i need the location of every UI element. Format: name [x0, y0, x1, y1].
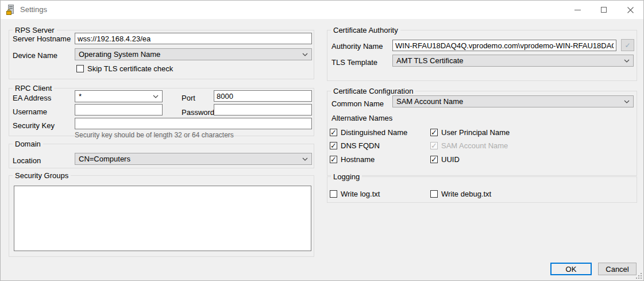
- checkbox-box[interactable]: [330, 142, 337, 149]
- rps-server-legend: RPS Server: [13, 26, 57, 34]
- authority-name-label: Authority Name: [331, 42, 383, 51]
- server-lock-icon: [6, 5, 16, 15]
- port-input[interactable]: [214, 90, 312, 102]
- close-button[interactable]: [617, 1, 643, 19]
- username-label: Username: [13, 107, 47, 116]
- checkbox-distinguished-name[interactable]: Distinguished Name: [330, 128, 407, 137]
- chevron-down-icon: [624, 59, 630, 63]
- checkbox-hostname[interactable]: Hostname: [330, 155, 375, 164]
- common-name-label: Common Name: [331, 99, 384, 108]
- close-icon: [627, 7, 634, 13]
- certificate-authority-legend: Certificate Authority: [331, 26, 400, 34]
- checkbox-write-log-txt[interactable]: Write log.txt: [330, 190, 380, 198]
- chevron-down-icon: [153, 95, 159, 98]
- resize-grip-icon[interactable]: [636, 273, 642, 279]
- logging-group: Logging Write log.txt Write debug.txt: [327, 176, 637, 203]
- ea-address-combobox[interactable]: *: [75, 90, 163, 102]
- authority-name-input[interactable]: [392, 40, 616, 51]
- security-key-hint: Security key should be of length 32 or 6…: [75, 131, 234, 139]
- checkbox-box[interactable]: [430, 156, 438, 163]
- security-groups-legend: Security Groups: [13, 171, 71, 180]
- checkbox-box[interactable]: [430, 129, 438, 136]
- device-name-label: Device Name: [13, 51, 57, 60]
- location-label: Location: [13, 156, 41, 165]
- checkbox-uuid[interactable]: UUID: [430, 155, 460, 164]
- title-bar[interactable]: Settings: [1, 1, 643, 19]
- device-name-select[interactable]: Operating System Name: [75, 48, 312, 60]
- cancel-button[interactable]: Cancel: [598, 263, 637, 275]
- chevron-down-icon: [624, 100, 630, 103]
- checkbox-box[interactable]: [330, 156, 337, 163]
- check-icon: ✓: [624, 41, 630, 49]
- password-input[interactable]: [214, 104, 312, 116]
- certificate-configuration-group: Certificate Configuration Common Name SA…: [327, 91, 637, 176]
- checkbox-write-debug-txt[interactable]: Write debug.txt: [430, 190, 491, 198]
- certificate-configuration-legend: Certificate Configuration: [331, 87, 415, 95]
- logging-legend: Logging: [331, 172, 362, 181]
- minimize-icon: [574, 10, 581, 10]
- authority-verify-button[interactable]: ✓: [621, 39, 634, 51]
- username-input[interactable]: [75, 104, 163, 116]
- ok-button[interactable]: OK: [550, 263, 592, 275]
- chevron-down-icon: [302, 53, 308, 56]
- security-key-label: Security Key: [13, 121, 55, 130]
- server-hostname-label: Server Hostname: [13, 34, 71, 43]
- checkbox-box[interactable]: [330, 190, 337, 198]
- security-groups-listbox[interactable]: [14, 186, 311, 251]
- window-title: Settings: [20, 1, 47, 19]
- rpc-client-group: RPC Client EA Address * Port Username Pa…: [9, 88, 314, 136]
- minimize-button[interactable]: [564, 1, 591, 19]
- location-select[interactable]: CN=Computers: [75, 153, 312, 165]
- chevron-down-icon: [302, 157, 308, 161]
- rps-server-group: RPS Server Server Hostname Device Name O…: [9, 30, 314, 79]
- skip-tls-checkbox[interactable]: Skip TLS certificate check: [76, 64, 173, 73]
- maximize-icon: [601, 7, 607, 13]
- checkbox-box: [430, 142, 438, 149]
- server-hostname-input[interactable]: [75, 33, 312, 44]
- port-label: Port: [182, 94, 195, 102]
- domain-group: Domain Location CN=Computers: [9, 144, 314, 168]
- checkbox-dns-fqdn[interactable]: DNS FQDN: [330, 141, 380, 150]
- common-name-select[interactable]: SAM Account Name: [392, 95, 634, 107]
- checkbox-box[interactable]: [330, 129, 337, 136]
- maximize-button[interactable]: [591, 1, 617, 19]
- checkbox-box[interactable]: [76, 65, 84, 72]
- ea-address-label: EA Address: [13, 94, 51, 102]
- checkbox-user-principal-name[interactable]: User Principal Name: [430, 128, 510, 137]
- checkbox-box[interactable]: [430, 190, 438, 198]
- rpc-client-legend: RPC Client: [13, 84, 54, 93]
- checkbox-sam-account-name: SAM Account Name: [430, 141, 508, 150]
- settings-window: Settings RPS Server Server Hostname Devi…: [0, 0, 644, 281]
- security-key-input[interactable]: [75, 118, 312, 129]
- password-label: Password: [182, 108, 214, 117]
- domain-legend: Domain: [13, 140, 43, 148]
- security-groups-group: Security Groups: [9, 175, 314, 257]
- tls-template-label: TLS Template: [331, 58, 377, 67]
- tls-template-select[interactable]: AMT TLS Certificate: [392, 55, 634, 67]
- alternative-names-label: Alternative Names: [331, 114, 392, 122]
- certificate-authority-group: Certificate Authority Authority Name ✓ T…: [327, 30, 637, 81]
